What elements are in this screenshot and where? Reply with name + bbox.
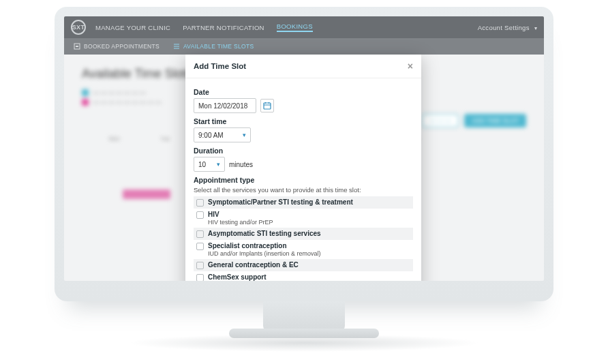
logo[interactable]: SXT bbox=[71, 20, 86, 35]
monitor-base bbox=[229, 329, 379, 338]
appointment-type-helper: Select all the services you want to prov… bbox=[194, 186, 413, 194]
duration-select[interactable]: 10 ▾ bbox=[194, 157, 225, 172]
sub-nav: BOOKED APPOINTMENTS AVAILABLE TIME SLOTS bbox=[64, 38, 544, 55]
calendar-icon[interactable] bbox=[260, 99, 274, 112]
atype-title: Symptomatic/Partner STI testing & treatm… bbox=[208, 198, 353, 206]
modal-header: Add Time Slot × bbox=[185, 55, 421, 78]
tab-booked-appointments[interactable]: BOOKED APPOINTMENTS bbox=[74, 43, 159, 50]
checkbox[interactable] bbox=[196, 262, 204, 269]
monitor-stand bbox=[263, 301, 345, 331]
atype-item[interactable]: Symptomatic/Partner STI testing & treatm… bbox=[194, 196, 413, 209]
tab-available-label: AVAILABLE TIME SLOTS bbox=[183, 43, 254, 50]
checkbox[interactable] bbox=[196, 211, 204, 219]
account-settings-label: Account Settings bbox=[478, 24, 530, 31]
nav-partner-notification[interactable]: PARTNER NOTIFICATION bbox=[183, 24, 264, 31]
checkbox[interactable] bbox=[196, 274, 204, 281]
checkbox[interactable] bbox=[196, 243, 204, 250]
account-settings-menu[interactable]: Account Settings ▾ bbox=[478, 24, 537, 31]
checkbox[interactable] bbox=[196, 199, 204, 207]
list-icon bbox=[173, 43, 180, 50]
chevron-down-icon: ▾ bbox=[217, 161, 220, 168]
secondary-button[interactable]: — — — bbox=[422, 114, 459, 127]
atype-title: ChemSex support bbox=[208, 273, 372, 281]
legend-dot-pink bbox=[82, 99, 89, 106]
svg-rect-5 bbox=[264, 103, 271, 109]
atype-item[interactable]: ChemSex support Alcohol and Drug addicti… bbox=[194, 271, 413, 281]
slot-bar bbox=[123, 189, 170, 199]
start-time-select[interactable]: 9:00 AM ▾ bbox=[194, 127, 251, 142]
atype-item[interactable]: Specialist contraception IUD and/or Impl… bbox=[194, 240, 413, 259]
screen: SXT MANAGE YOUR CLINIC PARTNER NOTIFICAT… bbox=[64, 16, 544, 281]
start-time-value: 9:00 AM bbox=[198, 132, 224, 139]
duration-value: 10 bbox=[198, 161, 206, 168]
atype-item[interactable]: HIV HIV testing and/or PrEP bbox=[194, 209, 413, 228]
atype-title: General contraception & EC bbox=[208, 261, 299, 269]
monitor-frame: SXT MANAGE YOUR CLINIC PARTNER NOTIFICAT… bbox=[55, 7, 553, 301]
add-timeslot-modal: Add Time Slot × Date Mon 12/02/2018 Star… bbox=[185, 55, 421, 281]
atype-item[interactable]: General contraception & EC bbox=[194, 259, 413, 271]
top-nav: SXT MANAGE YOUR CLINIC PARTNER NOTIFICAT… bbox=[64, 16, 544, 38]
atype-title: Asymptomatic STI testing services bbox=[208, 230, 321, 237]
atype-sub: HIV testing and/or PrEP bbox=[208, 219, 273, 226]
chevron-down-icon: ▾ bbox=[243, 132, 246, 138]
atype-item[interactable]: Asymptomatic STI testing services bbox=[194, 228, 413, 240]
date-input[interactable]: Mon 12/02/2018 bbox=[194, 98, 256, 113]
modal-title: Add Time Slot bbox=[194, 62, 246, 70]
start-time-label: Start time bbox=[194, 117, 413, 125]
appointment-type-label: Appointment type bbox=[194, 176, 413, 184]
close-icon[interactable]: × bbox=[408, 61, 413, 71]
legend-dot-teal bbox=[82, 89, 89, 96]
tab-available-slots[interactable]: AVAILABLE TIME SLOTS bbox=[173, 43, 254, 50]
nav-bookings[interactable]: BOOKINGS bbox=[277, 22, 313, 32]
add-timeslot-button[interactable]: ADD TIME SLOT bbox=[464, 114, 526, 127]
atype-title: Specialist contraception bbox=[208, 242, 321, 249]
duration-label: Duration bbox=[194, 147, 413, 155]
tab-booked-label: BOOKED APPOINTMENTS bbox=[84, 43, 159, 50]
svg-rect-1 bbox=[76, 46, 78, 47]
chevron-down-icon: ▾ bbox=[534, 25, 537, 31]
nav-manage-clinic[interactable]: MANAGE YOUR CLINIC bbox=[95, 24, 170, 31]
duration-unit: minutes bbox=[229, 161, 253, 168]
date-label: Date bbox=[194, 88, 413, 96]
atype-sub: IUD and/or Implants (insertion & removal… bbox=[208, 250, 321, 257]
checkbox[interactable] bbox=[196, 230, 204, 238]
calendar-user-icon bbox=[74, 43, 80, 50]
appointment-type-list: Symptomatic/Partner STI testing & treatm… bbox=[194, 196, 413, 281]
atype-title: HIV bbox=[208, 211, 273, 218]
